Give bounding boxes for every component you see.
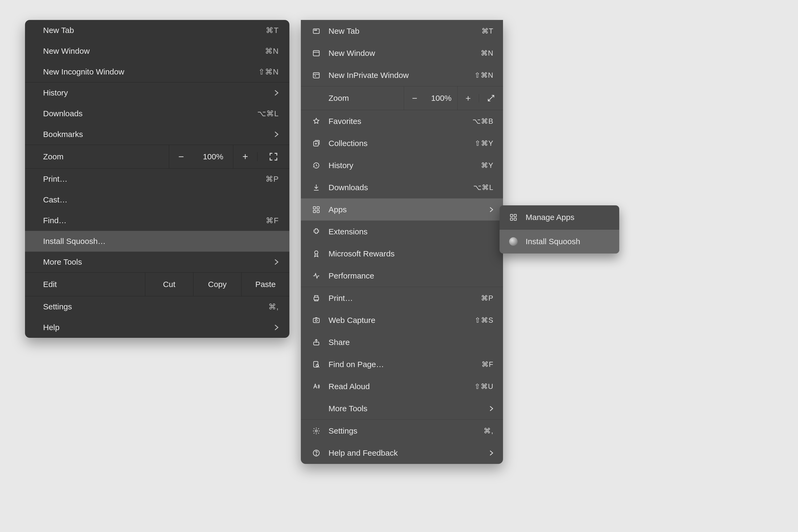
menu-item-history[interactable]: History	[25, 82, 289, 103]
label: More Tools	[43, 258, 82, 267]
svg-rect-24	[514, 218, 517, 221]
label: Settings	[328, 426, 357, 435]
label: Help	[43, 323, 60, 332]
menu-item-favorites[interactable]: Favorites ⌥⌘B	[301, 110, 503, 132]
zoom-label: Zoom	[328, 94, 404, 103]
fullscreen-button[interactable]	[479, 94, 503, 102]
svg-rect-12	[314, 297, 319, 300]
shortcut: ⇧⌘Y	[475, 139, 493, 148]
share-icon	[310, 338, 322, 346]
menu-item-new-window[interactable]: New Window ⌘N	[301, 42, 503, 64]
svg-rect-0	[314, 29, 320, 34]
chevron-right-icon	[490, 406, 493, 411]
fullscreen-button[interactable]	[257, 152, 289, 161]
label: History	[328, 161, 353, 170]
shortcut: ⌘P	[481, 294, 493, 302]
menu-item-new-inprivate[interactable]: New InPrivate Window ⇧⌘N	[301, 64, 503, 86]
menu-item-new-incognito[interactable]: New Incognito Window ⇧⌘N	[25, 61, 289, 82]
chrome-overflow-menu: New Tab ⌘T New Window ⌘N New Incognito W…	[25, 20, 289, 338]
label: Performance	[328, 271, 374, 280]
zoom-out-button[interactable]: −	[169, 145, 193, 168]
menu-item-extensions[interactable]: Extensions	[301, 221, 503, 243]
edit-cut-button[interactable]: Cut	[145, 273, 193, 296]
label: New InPrivate Window	[328, 71, 409, 80]
expand-icon	[487, 94, 495, 102]
menu-item-help-feedback[interactable]: Help and Feedback	[301, 442, 503, 464]
menu-item-new-tab[interactable]: New Tab ⌘T	[25, 20, 289, 41]
shortcut: ⇧⌘S	[475, 316, 493, 324]
menu-item-apps[interactable]: Apps	[301, 198, 503, 221]
inprivate-icon	[310, 71, 322, 79]
chevron-right-icon	[490, 450, 493, 456]
zoom-value: 100%	[425, 94, 457, 103]
menu-item-web-capture[interactable]: Web Capture ⇧⌘S	[301, 309, 503, 331]
extensions-icon	[310, 228, 322, 236]
menu-item-find[interactable]: Find… ⌘F	[25, 210, 289, 231]
submenu-item-install-squoosh[interactable]: Install Squoosh	[499, 230, 619, 253]
menu-item-read-aloud[interactable]: Read Aloud ⇧⌘U	[301, 375, 503, 397]
label: Read Aloud	[328, 382, 370, 391]
label: Find…	[43, 216, 66, 225]
menu-item-downloads[interactable]: Downloads ⌥⌘L	[301, 176, 503, 198]
zoom-label: Zoom	[25, 152, 169, 161]
shortcut: ⌘Y	[481, 161, 493, 170]
label: New Incognito Window	[43, 67, 124, 76]
menu-item-more-tools[interactable]: More Tools	[301, 397, 503, 419]
label: Manage Apps	[526, 213, 574, 222]
shortcut: ⌘,	[483, 427, 493, 435]
menu-item-cast[interactable]: Cast…	[25, 189, 289, 210]
edit-row: Edit Cut Copy Paste	[25, 272, 289, 296]
menu-item-rewards[interactable]: Microsoft Rewards	[301, 243, 503, 265]
zoom-value: 100%	[193, 152, 233, 161]
minus-icon: −	[178, 151, 184, 162]
menu-item-collections[interactable]: Collections ⇧⌘Y	[301, 132, 503, 154]
menu-item-bookmarks[interactable]: Bookmarks	[25, 124, 289, 145]
menu-item-settings[interactable]: Settings ⌘,	[301, 420, 503, 442]
svg-point-2	[316, 30, 316, 30]
new-tab-icon	[310, 27, 322, 35]
menu-item-share[interactable]: Share	[301, 331, 503, 353]
svg-point-14	[315, 319, 317, 321]
label: Install Squoosh…	[43, 237, 106, 246]
zoom-in-button[interactable]: +	[457, 87, 479, 110]
label: Downloads	[43, 109, 82, 118]
settings-icon	[310, 427, 322, 435]
read-aloud-icon	[310, 382, 322, 391]
zoom-in-button[interactable]: +	[233, 145, 257, 168]
edge-overflow-menu: New Tab ⌘T New Window ⌘N New InPrivate W…	[301, 20, 503, 464]
label: Collections	[328, 139, 367, 148]
edit-paste-button[interactable]: Paste	[241, 273, 289, 296]
history-icon	[310, 162, 322, 169]
zoom-controls: Zoom − 100% +	[301, 86, 503, 110]
shortcut: ⇧⌘N	[474, 71, 494, 79]
menu-item-print[interactable]: Print… ⌘P	[25, 169, 289, 189]
zoom-controls: Zoom − 100% +	[25, 145, 289, 169]
menu-item-history[interactable]: History ⌘Y	[301, 154, 503, 176]
label: New Window	[43, 46, 90, 56]
new-window-icon	[310, 49, 322, 57]
menu-item-print[interactable]: Print… ⌘P	[301, 287, 503, 309]
rewards-icon	[310, 250, 322, 258]
menu-item-settings[interactable]: Settings ⌘,	[25, 296, 289, 317]
label: New Tab	[43, 26, 74, 35]
apps-icon	[310, 206, 322, 214]
label: Install Squoosh	[526, 237, 580, 246]
menu-item-performance[interactable]: Performance	[301, 265, 503, 287]
label: Help and Feedback	[328, 449, 398, 457]
menu-item-downloads[interactable]: Downloads ⌥⌘L	[25, 103, 289, 124]
edit-copy-button[interactable]: Copy	[193, 273, 241, 296]
zoom-out-button[interactable]: −	[404, 87, 425, 110]
favorites-icon	[310, 117, 322, 125]
menu-item-find-on-page[interactable]: Find on Page… ⌘F	[301, 353, 503, 375]
submenu-item-manage-apps[interactable]: Manage Apps	[499, 205, 619, 229]
label: Share	[328, 338, 350, 347]
menu-item-more-tools[interactable]: More Tools	[25, 252, 289, 272]
menu-item-new-window[interactable]: New Window ⌘N	[25, 41, 289, 61]
shortcut: ⌘T	[481, 27, 494, 35]
menu-item-help[interactable]: Help	[25, 317, 289, 338]
svg-rect-22	[514, 214, 517, 217]
menu-item-install-squoosh[interactable]: Install Squoosh…	[25, 231, 289, 252]
menu-item-new-tab[interactable]: New Tab ⌘T	[301, 20, 503, 42]
shortcut: ⌘N	[265, 46, 279, 56]
shortcut: ⌘F	[266, 216, 279, 225]
